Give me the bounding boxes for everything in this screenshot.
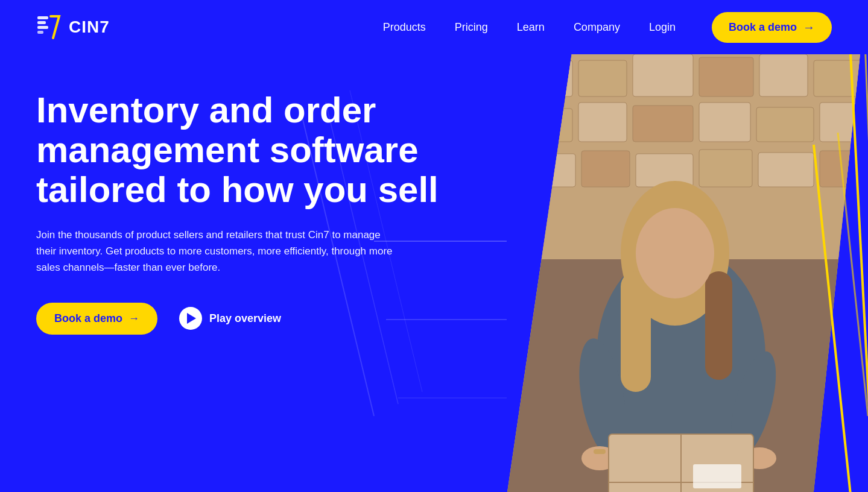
svg-rect-3 [37, 31, 43, 34]
svg-rect-20 [633, 106, 693, 142]
hero-image-clip [506, 54, 868, 492]
nav-book-demo-button[interactable]: Book a demo → [712, 12, 832, 43]
nav-book-demo-arrow: → [803, 20, 815, 34]
hero-subtext: Join the thousands of product sellers an… [36, 227, 398, 276]
yellow-accent-lines [838, 54, 868, 492]
nav-company[interactable]: Company [574, 21, 620, 34]
svg-point-35 [636, 208, 714, 298]
nav-login[interactable]: Login [649, 21, 676, 34]
nav-links: Products Pricing Learn Company Login [383, 21, 676, 34]
svg-rect-16 [759, 54, 808, 96]
svg-rect-27 [699, 150, 752, 187]
svg-rect-21 [699, 102, 750, 142]
brand-name: CIN7 [69, 17, 110, 37]
logo-area[interactable]: CIN7 [36, 14, 110, 40]
navbar: CIN7 Products Pricing Learn Company Logi… [0, 0, 868, 54]
play-overview-label: Play overview [209, 312, 281, 325]
hero-heading: Inventory and order management software … [36, 90, 446, 210]
hero-content: Inventory and order management software … [36, 90, 446, 335]
svg-rect-2 [37, 26, 48, 29]
hero-section: Inventory and order management software … [0, 54, 868, 492]
hero-image-container [506, 54, 868, 492]
svg-rect-0 [37, 16, 48, 19]
svg-rect-13 [578, 60, 627, 96]
svg-rect-26 [636, 154, 693, 187]
svg-rect-25 [581, 151, 630, 187]
cin7-logo-icon [36, 14, 63, 40]
svg-rect-15 [699, 57, 753, 96]
svg-rect-43 [693, 464, 741, 488]
svg-rect-34 [705, 271, 732, 380]
hero-book-demo-button[interactable]: Book a demo → [36, 303, 157, 335]
svg-line-45 [850, 54, 868, 492]
svg-rect-33 [621, 271, 651, 392]
hero-buttons: Book a demo → Play overview [36, 303, 446, 335]
play-triangle-icon [187, 313, 196, 324]
svg-rect-19 [578, 102, 627, 142]
play-overview-button[interactable]: Play overview [179, 307, 281, 330]
nav-products[interactable]: Products [383, 21, 426, 34]
nav-pricing[interactable]: Pricing [455, 21, 488, 34]
svg-rect-24 [524, 154, 575, 187]
nav-learn[interactable]: Learn [517, 21, 545, 34]
svg-rect-22 [756, 107, 814, 142]
hero-book-demo-label: Book a demo [54, 312, 122, 325]
svg-rect-28 [758, 153, 814, 187]
svg-rect-14 [633, 54, 693, 96]
hero-photo [506, 54, 868, 492]
hero-book-demo-arrow: → [128, 312, 139, 325]
svg-rect-18 [518, 109, 572, 142]
svg-rect-44 [594, 449, 606, 454]
svg-rect-1 [37, 21, 46, 24]
play-circle-icon [179, 307, 202, 330]
warehouse-background [506, 54, 868, 492]
svg-rect-12 [524, 60, 572, 96]
svg-line-46 [865, 54, 868, 492]
nav-book-demo-label: Book a demo [729, 21, 797, 34]
